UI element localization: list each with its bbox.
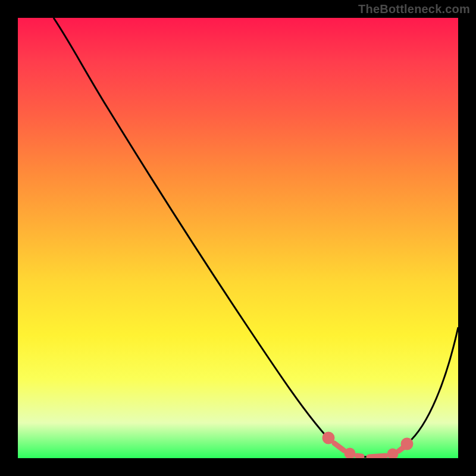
chart-plot-area <box>18 18 458 458</box>
svg-line-1 <box>334 443 344 450</box>
chart-svg <box>18 18 458 458</box>
svg-point-2 <box>347 450 353 456</box>
svg-point-7 <box>403 440 411 447</box>
optimal-range-markers <box>325 434 411 457</box>
svg-line-3 <box>357 456 362 456</box>
chart-frame: TheBottleneck.com <box>0 0 476 476</box>
svg-line-4 <box>369 456 386 457</box>
bottleneck-curve-line <box>54 18 458 457</box>
svg-point-5 <box>390 451 396 457</box>
watermark-text: TheBottleneck.com <box>358 2 470 16</box>
svg-point-0 <box>325 434 332 441</box>
